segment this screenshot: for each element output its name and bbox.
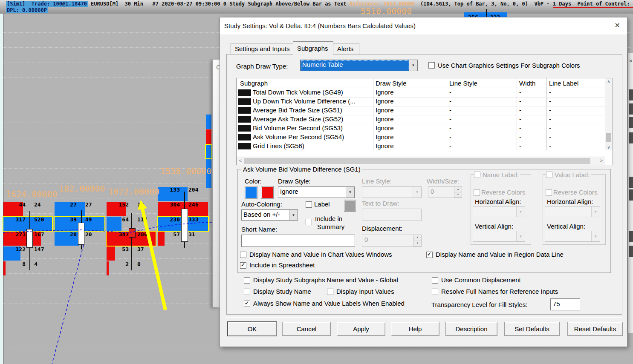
dropdown-arrow-icon: ▼ (413, 187, 421, 198)
line-label-cell: - (549, 133, 551, 141)
auto-coloring-dropdown[interactable]: Based on +/- ▼ (241, 209, 298, 221)
volume-bar-cell (206, 129, 211, 144)
volume-bar-cell (158, 202, 208, 216)
short-name-label: Short Name: (241, 226, 277, 233)
bid-volume-text: 57 (159, 231, 180, 246)
resolve-full-names-checkbox[interactable] (432, 289, 438, 295)
point-of-control-underlined: 1 Days Point of Control: 1.18240 (553, 1, 633, 8)
dialog-titlebar[interactable]: Study Settings: Vol & Delta. ID:4 (Numbe… (220, 17, 627, 34)
include-in-summary-label-line1: Include in (315, 215, 342, 222)
table-vertical-scrollbar[interactable]: ∧ ∨ (605, 78, 613, 150)
reset-defaults-button[interactable]: Reset Defaults (567, 322, 623, 336)
sg1-color-swatch-secondary[interactable] (261, 186, 274, 199)
always-show-labels-label: Always Show Name and Value Labels When E… (253, 300, 405, 307)
display-chart-values-checkbox[interactable] (240, 252, 246, 258)
bid-volume-text: 2 (108, 261, 129, 276)
subgraph-row[interactable]: Average Bid Trade Size (SG51)Ignore--- (237, 106, 606, 115)
set-defaults-button[interactable]: Set Defaults (504, 322, 560, 336)
subgraph-name-cell: Ask Volume Per Second (SG54) (253, 133, 373, 141)
description-button[interactable]: Description (445, 322, 497, 336)
subgraph-row[interactable]: Ask Volume Per Second (SG54)Ignore--- (237, 133, 606, 142)
bid-volume-text: 53 (108, 246, 129, 261)
ask-volume-text: 520 (34, 216, 44, 231)
name-vertical-align-label: Vertical Align: (475, 223, 513, 230)
ok-button[interactable]: OK (228, 322, 277, 336)
use-chart-graphics-checkbox[interactable] (428, 62, 435, 69)
col-header-line-style[interactable]: Line Style (449, 79, 477, 88)
width-size-spinner: 0 ▲▼ (428, 186, 462, 198)
trend-line (52, 245, 84, 364)
subgraph-row[interactable]: Average Ask Trade Size (SG52)Ignore--- (237, 115, 606, 124)
include-in-summary-checkbox[interactable] (306, 219, 312, 225)
volume-bar-cell (3, 261, 6, 275)
background-bar-fragment (629, 117, 633, 128)
display-study-name-checkbox[interactable] (244, 289, 250, 295)
scrollbar-thumb[interactable] (606, 133, 611, 142)
chart-header-line1: [Sim1] Trade: 100@1.18470 EURUSD[M] 30 M… (6, 1, 633, 7)
name-label-checkbox (474, 172, 480, 178)
volume-bar-cell (107, 232, 156, 246)
tab-settings-and-inputs[interactable]: Settings and Inputs (231, 43, 293, 54)
value-horizontal-align-dropdown: ▼ (545, 206, 600, 217)
tab-subgraphs[interactable]: Subgraphs (293, 41, 333, 54)
apply-button[interactable]: Apply (337, 322, 385, 336)
scrollbar-thumb[interactable] (244, 158, 590, 164)
help-button[interactable]: Help (391, 322, 439, 336)
scroll-up-icon[interactable]: ∧ (605, 79, 612, 84)
candle-body (129, 228, 136, 238)
display-region-data-checkbox[interactable] (426, 252, 433, 258)
background-bar-fragment (629, 177, 633, 188)
width-cell: - (519, 97, 521, 106)
bid-volume-text: 8 (5, 261, 26, 276)
dropdown-arrow-icon[interactable]: ▼ (346, 187, 354, 198)
ask-volume-text: 246 (188, 201, 198, 216)
draw-style-cell: Ignore (376, 97, 394, 106)
display-input-values-checkbox[interactable] (327, 289, 333, 295)
close-icon[interactable]: ✕ (615, 21, 620, 29)
col-header-width[interactable]: Width (519, 79, 535, 88)
col-header-line-label[interactable]: Line Label (549, 79, 578, 88)
volume-bar-cell (107, 261, 109, 275)
subgraph-row[interactable]: Up Down Tick Volume Difference (...Ignor… (237, 97, 606, 106)
volume-bar-cell (55, 217, 104, 231)
always-show-labels-checkbox[interactable] (244, 301, 250, 307)
candle-body (181, 209, 188, 242)
graph-draw-type-dropdown[interactable]: Numeric Table ▼ (300, 60, 418, 71)
name-horizontal-align-dropdown: ▼ (473, 206, 525, 217)
col-header-draw-style[interactable]: Draw Style (376, 79, 407, 88)
dropdown-arrow-icon[interactable]: ▼ (289, 210, 298, 220)
cancel-button[interactable]: Cancel (282, 322, 331, 336)
label-checkbox[interactable] (306, 201, 312, 208)
volume-bar-cell (206, 115, 211, 129)
subgraph-color-swatch (238, 98, 251, 105)
spinner-down-icon: ▼ (414, 241, 421, 247)
display-region-data-label: Display Name and Value in Region Data Li… (436, 251, 564, 258)
sg1-color-swatch-primary[interactable] (245, 186, 257, 199)
scroll-down-icon[interactable]: ∨ (605, 145, 612, 149)
sg1-group-title: Ask Volume Bid Volume Difference (SG1) (241, 166, 362, 173)
col-header-subgraph[interactable]: Subgraph (240, 79, 268, 88)
subgraph-row[interactable]: Bid Volume Per Second (SG53)Ignore--- (237, 124, 606, 133)
draw-style-dropdown[interactable]: Ignore ▼ (278, 186, 355, 198)
bid-volume-text: 44 (5, 201, 26, 216)
use-common-displacement-checkbox[interactable] (432, 277, 438, 284)
subgraph-row[interactable]: Grid Lines (SG56)Ignore--- (237, 142, 606, 151)
scroll-right-icon[interactable]: > (599, 158, 604, 163)
scroll-left-icon[interactable]: < (238, 158, 243, 163)
table-horizontal-scrollbar[interactable]: < > (237, 157, 605, 165)
short-name-input[interactable] (241, 235, 355, 247)
line-style-value (362, 187, 413, 198)
label-color-swatch[interactable] (344, 200, 356, 212)
bid-volume-text: 122 (5, 246, 26, 261)
tab-alerts[interactable]: Alerts (333, 43, 359, 54)
auto-coloring-value: Based on +/- (242, 210, 289, 220)
subgraph-row[interactable]: Total Down Tick Volume (SG49)Ignore--- (237, 88, 606, 97)
transparency-input[interactable]: 75 (550, 298, 580, 310)
volume-bar-cell (206, 145, 211, 158)
button-separator (226, 317, 621, 318)
subgraphs-global-checkbox[interactable] (244, 277, 250, 284)
ask-volume-text: 4 (34, 261, 38, 276)
include-spreadsheet-checkbox[interactable] (240, 262, 246, 269)
value-label-title: Value Label: (553, 171, 591, 178)
dropdown-arrow-icon[interactable]: ▼ (409, 60, 417, 71)
